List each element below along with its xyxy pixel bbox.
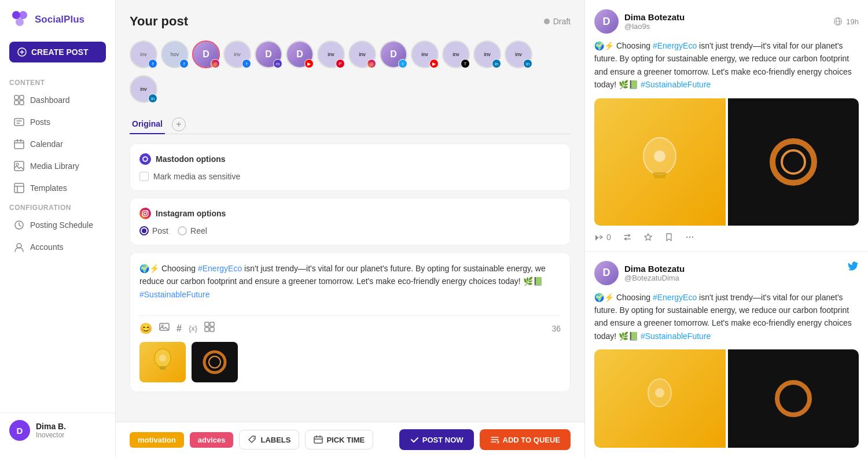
svg-rect-8 [14,119,24,126]
post-area: Your post Draft inv f hov f D ◎ [116,0,584,422]
account-avatar-fb2[interactable]: hov f [161,40,189,68]
radio-post[interactable]: Post [139,226,168,235]
preview-name-mastodon: Dima Botezatu [624,12,685,22]
svg-rect-20 [205,322,209,326]
instagram-options-header: Instagram options [139,208,561,219]
post-toolbar: 😊 # {x} 36 [139,315,561,335]
accounts-icon [14,242,24,252]
templates-icon [14,183,24,193]
svg-point-39 [782,150,805,174]
preview-name-twitter: Dima Botezatu [624,264,685,274]
tag-advices[interactable]: advices [190,432,234,448]
layout-toolbar-icon[interactable] [204,322,215,335]
more-action[interactable] [685,233,694,242]
account-avatar-tk[interactable]: inv T [442,40,470,68]
preview-avatar-twitter: D [594,261,619,285]
tab-original[interactable]: Original [130,115,165,134]
sidebar-item-media-library[interactable]: Media Library [5,155,111,177]
reply-icon [594,233,604,242]
char-count: 36 [551,324,561,333]
user-name: Dima B. [36,422,66,431]
reply-action[interactable]: 0 [594,233,611,242]
variable-toolbar-icon[interactable]: {x} [189,324,197,333]
bookmark-action[interactable] [664,233,674,242]
svg-rect-31 [314,437,322,443]
twitter-img-ring [728,349,859,448]
svg-rect-21 [210,322,214,326]
user-info: Dima B. Inovector [36,422,66,439]
create-post-button[interactable]: CREATE POST [9,42,106,62]
mastodon-preview-header: D Dima Botezatu @lao9s 19h [594,9,859,34]
logo-text: SocialPlus [35,14,84,25]
svg-rect-26 [160,368,165,370]
image-thumbnails [139,342,561,382]
retweet-action[interactable] [623,233,632,242]
post-text-content[interactable]: 🌍⚡ Choosing #EnergyEco isn't just trendy… [139,262,561,308]
ring-svg [200,348,229,377]
labels-button[interactable]: LABELS [239,430,299,449]
thumb-ring[interactable] [192,342,238,382]
tabs-row: Original + [130,115,571,134]
hashtag-toolbar-icon[interactable]: # [176,323,182,334]
platform-li2-icon: in [523,59,532,68]
account-avatar-yt2[interactable]: inv ▶ [411,40,439,68]
svg-point-17 [146,211,147,212]
account-avatar-ma[interactable]: D m [255,40,282,68]
tag-motivation[interactable]: motivation [130,432,184,448]
instagram-radio-row: Post Reel [139,226,561,235]
posting-schedule-icon [14,220,24,230]
emoji-toolbar-icon[interactable]: 😊 [139,322,152,335]
sidebar-item-dashboard[interactable]: Dashboard [5,89,111,111]
mastodon-options-card: Mastodon options Mark media as sensitive [130,143,571,191]
mastodon-preview-images [594,98,859,226]
platform-fb2-icon: f [179,59,189,68]
account-avatar-tw[interactable]: D t [380,40,407,68]
svg-point-0 [12,11,20,19]
config-section-label: Configuration [0,199,115,214]
svg-rect-12 [14,183,24,193]
platform-fb3-icon: f [242,59,251,68]
account-avatar-fb1[interactable]: inv f [130,40,157,68]
svg-rect-7 [20,101,24,105]
platform-li3-icon: in [148,94,157,103]
account-avatar-ig2[interactable]: inv ◎ [348,40,376,68]
account-avatar-pi[interactable]: inv P [317,40,345,68]
account-avatar-li1[interactable]: inv in [473,40,501,68]
platform-yt2-icon: ▶ [429,59,439,68]
radio-post-dot [139,226,149,235]
thumb-bulb[interactable] [139,342,186,382]
mastodon-checkbox-row[interactable]: Mark media as sensitive [139,172,561,181]
twitter-logo [847,261,859,275]
sidebar-item-posting-schedule[interactable]: Posting Schedule [5,214,111,236]
account-avatar-li2[interactable]: inv in [505,40,532,68]
sidebar-user[interactable]: D Dima B. Inovector [0,412,115,448]
svg-point-41 [689,236,690,237]
add-to-queue-button[interactable]: ADD TO QUEUE [480,429,571,450]
account-avatar-fb3[interactable]: inv f [223,40,251,68]
sidebar-item-accounts[interactable]: Accounts [5,236,111,258]
svg-rect-36 [653,172,667,175]
posts-icon [14,117,24,127]
star-action[interactable] [643,233,653,242]
sidebar-item-templates[interactable]: Templates [5,177,111,199]
post-now-button[interactable]: POST NOW [399,429,474,450]
sidebar-item-posts[interactable]: Posts [5,111,111,133]
preview-img-ring [728,98,859,226]
tab-add-button[interactable]: + [172,117,186,131]
accounts-row: inv f hov f D ◎ inv f D m [130,40,571,103]
pick-time-button[interactable]: PICK TIME [305,430,373,449]
radio-reel[interactable]: Reel [178,226,207,235]
sidebar-item-calendar[interactable]: Calendar [5,133,111,155]
preview-meta-mastodon: 19h [833,17,859,26]
mark-sensitive-checkbox[interactable] [139,172,149,181]
image-toolbar-icon[interactable] [159,322,170,335]
preview-handle-twitter: @BotezatuDima [624,274,685,282]
svg-rect-37 [654,175,665,178]
account-avatar-yt[interactable]: D ▶ [286,40,314,68]
mastodon-preview-text: 🌍⚡ Choosing #EnergyEco isn't just trendy… [594,39,859,91]
account-avatar-li3[interactable]: inv in [130,75,157,103]
platform-tw-icon: t [398,59,407,68]
svg-rect-6 [14,101,19,105]
svg-point-30 [253,438,255,439]
account-avatar-ig[interactable]: D ◎ [192,40,220,68]
